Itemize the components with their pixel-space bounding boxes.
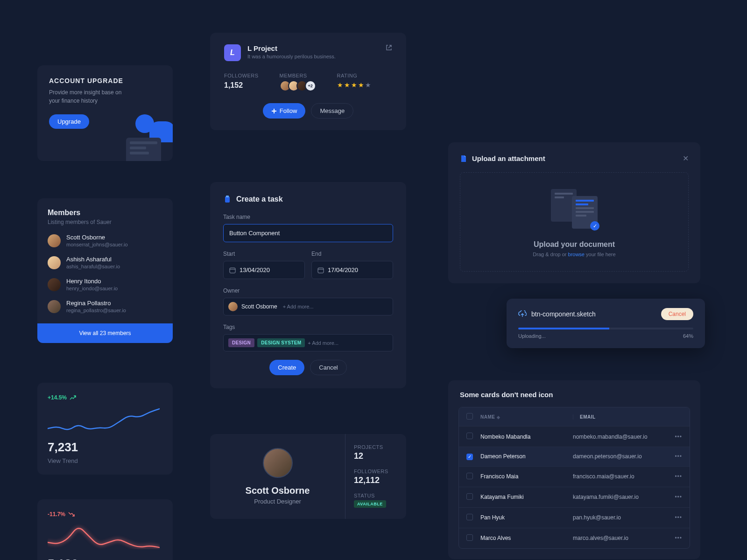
project-card: L L Project It was a humorously perilous… xyxy=(210,33,406,130)
projects-count: 12 xyxy=(354,451,398,461)
row-checkbox[interactable] xyxy=(466,473,473,479)
cancel-button[interactable]: Cancel xyxy=(310,360,346,375)
row-actions-icon[interactable]: ••• xyxy=(671,535,682,541)
row-name: Marco Alves xyxy=(480,535,573,541)
tag-design[interactable]: DESIGN xyxy=(228,338,254,347)
table-header: NAME◆ EMAIL xyxy=(459,407,690,426)
row-actions-icon[interactable]: ••• xyxy=(671,494,682,500)
view-trend-link[interactable]: View Trend xyxy=(48,457,162,464)
end-date-input[interactable]: 17/04/2020 xyxy=(311,261,393,279)
owner-input[interactable]: Scott Osborne + Add more... xyxy=(223,298,393,315)
row-checkbox[interactable]: ✓ xyxy=(466,454,473,460)
trend-up-icon xyxy=(70,395,76,400)
row-email: dameon.peterson@sauer.io xyxy=(573,453,671,460)
members-subtitle: Listing members of Sauer xyxy=(48,219,162,225)
row-actions-icon[interactable]: ••• xyxy=(671,473,682,480)
row-checkbox[interactable] xyxy=(466,433,473,439)
profile-role: Product Designer xyxy=(224,498,331,505)
row-email: francisco.maia@sauer.io xyxy=(573,473,671,480)
profile-name: Scott Osborne xyxy=(224,485,331,496)
row-checkbox[interactable] xyxy=(466,534,473,541)
upload-hint: Drag & drop or browse your file here xyxy=(470,252,679,257)
create-task-card: Create a task Task name Start 13/04/2020… xyxy=(210,182,406,388)
account-upgrade-card: ACCOUNT UPGRADE Provide more insight bas… xyxy=(37,65,173,161)
row-email: pan.hyuk@sauer.io xyxy=(573,514,671,521)
member-avatar xyxy=(48,256,61,269)
upgrade-button[interactable]: Upgrade xyxy=(49,114,89,129)
upload-card: Upload an attachment ✕ ✓ Upload your doc… xyxy=(448,142,700,283)
row-actions-icon[interactable]: ••• xyxy=(671,514,682,521)
message-button[interactable]: Message xyxy=(311,103,353,119)
member-avatar xyxy=(48,300,61,313)
member-row[interactable]: Henry Itondo henry_iondo@sauer.io xyxy=(48,278,162,291)
upload-headline: Upload your document xyxy=(470,240,679,249)
followers-label: FOLLOWERS xyxy=(224,73,259,78)
browse-link[interactable]: browse xyxy=(568,252,585,257)
column-name[interactable]: NAME◆ xyxy=(480,414,573,420)
upload-title: Upload an attachment xyxy=(472,154,545,162)
docs-illustration: ✓ xyxy=(551,189,598,231)
tags-input[interactable]: DESIGN DESIGN SYSTEM + Add more... xyxy=(223,334,393,351)
upload-cancel-button[interactable]: Cancel xyxy=(661,308,693,320)
project-desc: It was a humorously perilous business. xyxy=(247,54,336,59)
cloud-upload-icon xyxy=(518,310,527,318)
projects-label: PROJECTS xyxy=(354,444,398,450)
trend-down-icon xyxy=(68,512,75,517)
table-row[interactable]: Francisco Maia francisco.maia@sauer.io •… xyxy=(459,466,690,487)
end-label: End xyxy=(311,251,393,257)
table-row[interactable]: Nombeko Mabandla nombeko.mabandla@sauer.… xyxy=(459,426,690,447)
add-tag-hint[interactable]: + Add more... xyxy=(308,340,338,346)
dropzone[interactable]: ✓ Upload your document Drag & drop or br… xyxy=(460,172,689,272)
trend-chart xyxy=(48,407,160,433)
select-all-checkbox[interactable] xyxy=(466,413,473,420)
view-all-members-button[interactable]: View all 23 members xyxy=(37,323,173,343)
upload-filename: btn-component.sketch xyxy=(531,310,596,318)
row-name: Katayama Fumiki xyxy=(480,494,573,500)
row-name: Dameon Peterson xyxy=(480,453,573,460)
row-checkbox[interactable] xyxy=(466,493,473,500)
sort-icon: ◆ xyxy=(497,415,500,420)
members-card: Members Listing members of Sauer Scott O… xyxy=(37,198,173,343)
account-upgrade-title: ACCOUNT UPGRADE xyxy=(49,77,161,84)
trend-up-card: +14.5% 7,231 View Trend xyxy=(37,383,173,475)
trend-down-card: -11.7% 5,136 xyxy=(37,499,173,560)
member-email: monserrat_johns@sauer.io xyxy=(66,242,128,247)
row-actions-icon[interactable]: ••• xyxy=(671,453,682,460)
users-table-card: Some cards don't need icon NAME◆ EMAIL N… xyxy=(448,380,700,559)
create-button[interactable]: Create xyxy=(269,360,304,375)
start-date-input[interactable]: 13/04/2020 xyxy=(223,261,305,279)
members-more-badge: +2 xyxy=(305,80,316,91)
check-icon: ✓ xyxy=(590,221,599,231)
project-title: L Project xyxy=(247,44,336,52)
upload-percent: 64% xyxy=(683,333,693,339)
row-actions-icon[interactable]: ••• xyxy=(671,434,682,440)
task-name-input[interactable] xyxy=(223,224,393,242)
followers-count: 12,112 xyxy=(354,476,398,485)
close-icon[interactable]: ✕ xyxy=(683,154,689,163)
members-label: MEMBERS xyxy=(280,73,316,78)
column-email[interactable]: EMAIL xyxy=(573,414,671,420)
status-badge: AVAILABLE xyxy=(354,500,386,508)
owner-label: Owner xyxy=(223,287,393,294)
member-row[interactable]: Ashish Asharaful ashis_haraful@sauer.io xyxy=(48,256,162,269)
table-row[interactable]: ✓ Dameon Peterson dameon.peterson@sauer.… xyxy=(459,447,690,466)
member-row[interactable]: Regina Pollastro regina_pollastro@sauer.… xyxy=(48,300,162,313)
start-label: Start xyxy=(223,251,305,257)
table-row[interactable]: Pan Hyuk pan.hyuk@sauer.io ••• xyxy=(459,507,690,528)
calendar-icon xyxy=(317,267,324,273)
table-row[interactable]: Katayama Fumiki katayama.fumiki@sauer.io… xyxy=(459,487,690,507)
add-owner-hint[interactable]: + Add more... xyxy=(283,304,314,309)
profile-avatar xyxy=(263,448,293,478)
svg-rect-1 xyxy=(226,196,229,197)
member-row[interactable]: Scott Osborne monserrat_johns@sauer.io xyxy=(48,234,162,247)
tag-design-system[interactable]: DESIGN SYSTEM xyxy=(257,338,305,347)
table-title: Some cards don't need icon xyxy=(448,391,700,407)
upgrade-illustration xyxy=(121,110,173,161)
owner-avatar xyxy=(228,302,238,311)
table-row[interactable]: Marco Alves marco.alves@sauer.io ••• xyxy=(459,528,690,548)
trend-value: 5,136 xyxy=(48,557,162,560)
external-link-icon[interactable] xyxy=(386,44,392,51)
follow-button[interactable]: Follow xyxy=(263,103,306,119)
row-checkbox[interactable] xyxy=(466,514,473,520)
member-email: ashis_haraful@sauer.io xyxy=(66,264,120,269)
